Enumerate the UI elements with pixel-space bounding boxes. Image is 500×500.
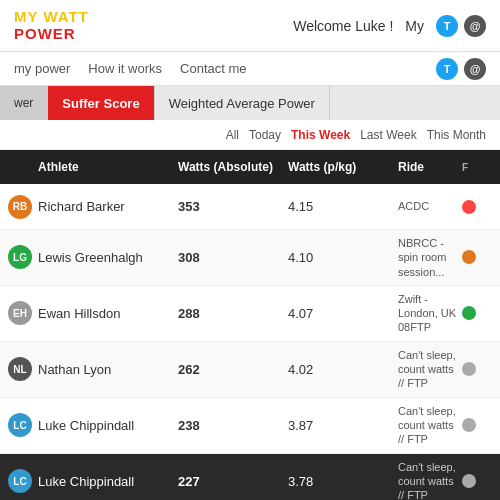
ride-name: Can't sleep, count watts // FTP [398, 348, 462, 391]
ride-name: ACDC [398, 199, 462, 213]
flag-indicator [462, 474, 492, 488]
twitter-icon[interactable]: T [436, 15, 458, 37]
ride-name: NBRCC - spin room session... [398, 236, 462, 279]
col-athlete-header: Athlete [38, 160, 178, 174]
nav-item-howitworks[interactable]: How it works [88, 61, 162, 76]
watts-absolute: 262 [178, 362, 288, 377]
watts-absolute: 353 [178, 199, 288, 214]
athlete-name: Ewan Hillsdon [38, 306, 178, 321]
main-nav: my power How it works Contact me T @ [0, 52, 500, 86]
watts-per-kg: 4.15 [288, 199, 398, 214]
table-row[interactable]: NL Nathan Lyon 262 4.02 Can't sleep, cou… [0, 342, 500, 398]
flag-indicator [462, 306, 492, 320]
header-right: Welcome Luke ! My T @ [293, 15, 486, 37]
athlete-avatar: EH [8, 301, 32, 325]
watts-per-kg: 3.87 [288, 418, 398, 433]
tab-wer[interactable]: wer [0, 86, 48, 120]
flag-indicator [462, 200, 492, 214]
watts-absolute: 308 [178, 250, 288, 265]
table-row[interactable]: LG Lewis Greenhalgh 308 4.10 NBRCC - spi… [0, 230, 500, 286]
watts-absolute: 238 [178, 418, 288, 433]
athlete-name: Richard Barker [38, 199, 178, 214]
filter-today[interactable]: Today [249, 128, 281, 142]
athlete-name: Nathan Lyon [38, 362, 178, 377]
table-header: Athlete Watts (Absolute) Watts (p/kg) Ri… [0, 150, 500, 184]
tab-suffer-score[interactable]: Suffer Score [48, 86, 154, 120]
athlete-name: Lewis Greenhalgh [38, 250, 178, 265]
watts-per-kg: 4.07 [288, 306, 398, 321]
athlete-name: Luke Chippindall [38, 418, 178, 433]
ride-name: Can't sleep, count watts // FTP [398, 404, 462, 447]
flag-indicator [462, 362, 492, 376]
avatar: NL [8, 357, 38, 381]
avatar: RB [8, 195, 38, 219]
col-flag-header: F [462, 162, 492, 173]
logo-power: POWER [14, 26, 89, 43]
watts-per-kg: 3.78 [288, 474, 398, 489]
tab-weighted-avg-power[interactable]: Weighted Average Power [155, 86, 330, 120]
avatar: EH [8, 301, 38, 325]
logo-my-watt: MY WATT [14, 9, 89, 26]
col-watts-abs-header: Watts (Absolute) [178, 160, 288, 174]
social-icons: T @ [436, 15, 486, 37]
flag-dot [462, 474, 476, 488]
nav-twitter-icon[interactable]: T [436, 58, 458, 80]
watts-per-kg: 4.02 [288, 362, 398, 377]
flag-indicator [462, 418, 492, 432]
table-row[interactable]: RB Richard Barker 353 4.15 ACDC [0, 184, 500, 230]
ride-name: Can't sleep, count watts // FTP [398, 460, 462, 500]
col-watts-pkg-header: Watts (p/kg) [288, 160, 398, 174]
col-ride-header: Ride [398, 160, 462, 174]
my-link[interactable]: My [405, 18, 424, 34]
filter-this-week[interactable]: This Week [291, 128, 350, 142]
tabs-bar: wer Suffer Score Weighted Average Power [0, 86, 500, 120]
table-row[interactable]: EH Ewan Hillsdon 288 4.07 Zwift - London… [0, 286, 500, 342]
avatar: LC [8, 413, 38, 437]
nav-social-icon2[interactable]: @ [464, 58, 486, 80]
athlete-avatar: RB [8, 195, 32, 219]
avatar: LG [8, 245, 38, 269]
watts-absolute: 227 [178, 474, 288, 489]
watts-per-kg: 4.10 [288, 250, 398, 265]
athlete-name: Luke Chippindall [38, 474, 178, 489]
athlete-avatar: LG [8, 245, 32, 269]
flag-dot [462, 306, 476, 320]
flag-dot [462, 250, 476, 264]
athlete-avatar: LC [8, 413, 32, 437]
nav-item-contactme[interactable]: Contact me [180, 61, 246, 76]
ride-name: Zwift - London, UK 08FTP [398, 292, 462, 335]
flag-dot [462, 418, 476, 432]
nav-item-mypower[interactable]: my power [14, 61, 70, 76]
flag-indicator [462, 250, 492, 264]
table-row[interactable]: LC Luke Chippindall 238 3.87 Can't sleep… [0, 398, 500, 454]
filter-this-month[interactable]: This Month [427, 128, 486, 142]
athlete-table: RB Richard Barker 353 4.15 ACDC LG Lewis… [0, 184, 500, 500]
athlete-avatar: NL [8, 357, 32, 381]
watts-absolute: 288 [178, 306, 288, 321]
filter-last-week[interactable]: Last Week [360, 128, 416, 142]
social-icon-2[interactable]: @ [464, 15, 486, 37]
filter-all[interactable]: All [226, 128, 239, 142]
nav-social: T @ [436, 58, 486, 80]
athlete-avatar: LC [8, 469, 32, 493]
app-header: MY WATT POWER Welcome Luke ! My T @ [0, 0, 500, 52]
flag-dot [462, 362, 476, 376]
welcome-text: Welcome Luke ! [293, 18, 393, 34]
flag-dot [462, 200, 476, 214]
logo: MY WATT POWER [14, 9, 89, 42]
filter-row: All Today This Week Last Week This Month [0, 120, 500, 150]
avatar: LC [8, 469, 38, 493]
table-row[interactable]: LC Luke Chippindall 227 3.78 Can't sleep… [0, 454, 500, 500]
